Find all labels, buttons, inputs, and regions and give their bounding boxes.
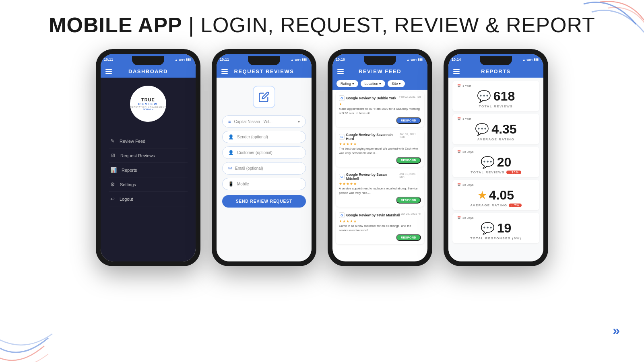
nav-label-reports: Reports: [122, 168, 137, 173]
bubble-icon-2: 💬: [475, 123, 489, 136]
nav-icon-reports: 📊: [110, 167, 117, 173]
chevron-icon: ▾: [298, 119, 300, 124]
report-period-1: 📅 1 Year: [457, 84, 535, 88]
reviewer-name-3: Google Review by Susan Mitchell: [346, 173, 399, 181]
nav-icon-request: 🖥: [110, 152, 116, 158]
request-content: ≡ Capital Nissan - Wil... ▾ 👤 Sender (op…: [217, 78, 312, 261]
nav-label-logout: Logout: [120, 197, 133, 202]
report-period-4: 📅 30 Days: [457, 183, 535, 187]
bubble-icon-1: 💬: [477, 90, 491, 103]
nav-label-request: Request Reviews: [120, 153, 155, 158]
hamburger-icon[interactable]: [105, 69, 112, 74]
customer-placeholder: Customer (optional): [237, 150, 272, 155]
header-light: | LOGIN, REQUEST, REVIEW & REPORT: [182, 13, 595, 37]
mobile-field[interactable]: 📱 Mobile: [222, 178, 306, 190]
google-icon-1: G: [339, 95, 345, 101]
location-dropdown[interactable]: ≡ Capital Nissan - Wil... ▾: [222, 115, 306, 128]
nav-label-review: Review Feed: [120, 139, 145, 144]
avg-rating-badge: ↓ 7%: [509, 204, 522, 207]
review-stars-1: ★: [339, 102, 421, 106]
logo-sokal: SOKAL »: [143, 108, 153, 111]
google-icon-4: G: [339, 212, 345, 218]
email-placeholder: Email (optional): [235, 166, 263, 171]
hamburger-icon-3[interactable]: [337, 69, 344, 74]
bubble-icon-3: 💬: [481, 156, 495, 169]
total-reviews-badge: ↓ 35%: [506, 171, 521, 174]
avg-rating-1yr-label: AVERAGE RATING: [457, 138, 535, 141]
email-field[interactable]: ✉ Email (optional): [222, 162, 306, 175]
hamburger-icon-4[interactable]: [453, 69, 460, 74]
reports-title: REPORTS: [481, 68, 510, 74]
total-reviews-value: 618: [493, 89, 515, 104]
rating-filter-label: Rating ▾: [341, 82, 354, 86]
period-label-1: 1 Year: [462, 84, 471, 88]
nav-icon-logout: ↩: [110, 196, 115, 202]
dashboard-nav: ✎ Review Feed 🖥 Request Reviews 📊 Report…: [101, 134, 196, 206]
report-value-total-30d: 💬 20: [457, 155, 535, 170]
review-stars-4: ★★★★★: [339, 219, 421, 223]
time-1: 10:11: [104, 58, 113, 62]
respond-btn-2[interactable]: RESPOND: [396, 157, 421, 164]
respond-btn-3[interactable]: RESPOND: [396, 197, 421, 204]
period-label-5: 30 Days: [462, 216, 474, 220]
status-bar-4: 10:14 ▲ WiFi ▮▮▮: [448, 54, 543, 65]
period-label-3: 30 Days: [462, 150, 474, 154]
report-period-5: 📅 30 Days: [457, 216, 535, 220]
location-value: Capital Nissan - Wil...: [234, 119, 272, 124]
responses-label: TOTAL RESPONSES (0%): [457, 237, 535, 240]
site-filter[interactable]: Site ▾: [388, 80, 405, 87]
nav-icon-settings: ⚙: [110, 181, 115, 187]
review-date-2: Jan 31, 2021 Sun: [400, 133, 421, 138]
rating-filter[interactable]: Rating ▾: [336, 80, 358, 87]
review-text-2: The best car buying experience! We worke…: [339, 147, 421, 155]
respond-btn-4[interactable]: RESPOND: [396, 234, 421, 241]
phone-review-feed: 10:10 ▲ WiFi ▮▮▮ REVIEW FEED Rati: [328, 49, 432, 266]
chevron-double-right: »: [613, 323, 620, 338]
feed-title: REVIEW FEED: [359, 68, 401, 74]
responses-value: 19: [497, 221, 512, 236]
site-filter-label: Site ▾: [392, 82, 401, 86]
mobile-icon: 📱: [228, 181, 234, 187]
nav-reports[interactable]: 📊 Reports: [109, 163, 188, 177]
google-icon-2: G: [339, 134, 345, 140]
request-title: REQUEST REVIEWS: [234, 68, 294, 74]
report-section-avg-30d: 📅 30 Days ★ 4.05 AVERAGE RATING ↓ 7%: [452, 180, 539, 210]
customer-field[interactable]: 👤 Customer (optional): [222, 146, 306, 159]
review-stars-3: ★★★★★: [339, 182, 421, 186]
google-icon-3: G: [339, 174, 345, 179]
nav-settings[interactable]: ⚙ Settings: [109, 177, 188, 192]
nav-review-feed[interactable]: ✎ Review Feed: [109, 134, 188, 148]
location-filter[interactable]: Location ▾: [361, 80, 386, 87]
avg-rating-1yr-value: 4.35: [491, 122, 516, 137]
respond-btn-1[interactable]: RESPOND: [396, 117, 421, 124]
sender-field[interactable]: 👤 Sender (optional): [222, 131, 306, 143]
sender-icon: 👤: [228, 134, 234, 140]
mobile-placeholder: Mobile: [237, 182, 249, 186]
total-reviews-30d-value: 20: [497, 155, 512, 170]
send-review-request-button[interactable]: SEND REVIEW REQUEST: [222, 195, 306, 208]
dashboard-content: TRUE REVIEW REPUTATION MANAGEMENT SOKAL …: [101, 78, 196, 261]
feed-filters: Rating ▾ Location ▾ Site ▾: [336, 80, 423, 87]
phones-row: 10:11 ▲ WiFi ▮▮▮ DASHBOARD TRUE: [0, 45, 644, 266]
nav-request-reviews[interactable]: 🖥 Request Reviews: [109, 148, 188, 163]
dashboard-title: DASHBOARD: [128, 68, 168, 74]
logo-true: TRUE: [141, 97, 155, 102]
phone-request: 10:11 ▲ WiFi ▮▮▮ REQUEST REVIEWS: [212, 49, 316, 266]
period-label-4: 30 Days: [462, 183, 474, 187]
time-4: 10:14: [452, 58, 461, 62]
hamburger-icon-2[interactable]: [221, 69, 228, 74]
review-card-1: G Google Review by Debbie York Feb 02, 2…: [336, 92, 424, 127]
report-section-avg-1yr: 📅 1 Year 💬 4.35 AVERAGE RATING: [452, 114, 539, 144]
review-card-2: G Google Review by Savannah Hurd Jan 31,…: [336, 130, 424, 167]
review-card-3: G Google Review by Susan Mitchell Jan 31…: [336, 169, 424, 207]
report-section-responses: 📅 30 Days 💬 19 TOTAL RESPONSES (0%): [452, 213, 539, 243]
report-value-responses: 💬 19: [457, 221, 535, 236]
status-icons-2: ▲ WiFi ▮▮▮: [291, 58, 307, 61]
reviewer-name-2: Google Review by Savannah Hurd: [346, 133, 400, 141]
review-stars-2: ★★★★★: [339, 142, 421, 146]
nav-logout[interactable]: ↩ Logout: [109, 192, 188, 206]
status-bar-3: 10:10 ▲ WiFi ▮▮▮: [332, 54, 427, 65]
reviewer-name-1: Google Review by Debbie York: [346, 96, 396, 100]
total-reviews-label-1yr: TOTAL REVIEWS: [457, 105, 535, 108]
report-period-2: 📅 1 Year: [457, 117, 535, 121]
